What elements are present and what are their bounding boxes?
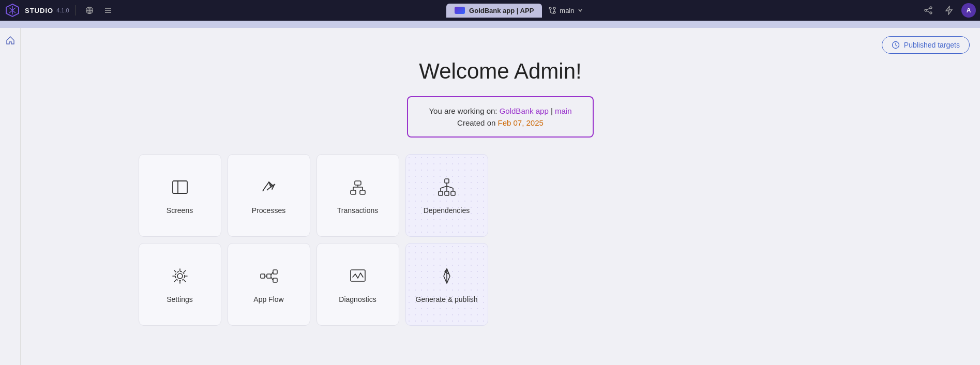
logo[interactable] xyxy=(4,2,21,19)
svg-rect-22 xyxy=(355,181,361,185)
tile-transactions[interactable]: Transactions xyxy=(316,154,399,237)
svg-rect-20 xyxy=(173,181,187,193)
working-on-prefix: You are working on: xyxy=(429,107,499,115)
svg-rect-32 xyxy=(445,191,449,195)
settings-icon xyxy=(170,266,190,290)
welcome-title: Welcome Admin! xyxy=(419,59,581,84)
created-on-prefix: Created on xyxy=(457,118,497,127)
svg-rect-30 xyxy=(445,179,449,183)
lightning-icon[interactable] xyxy=(941,2,957,19)
svg-line-16 xyxy=(927,11,930,12)
created-date: Feb 07, 2025 xyxy=(497,118,543,127)
svg-point-9 xyxy=(553,7,555,9)
separator: | xyxy=(549,107,555,115)
screens-icon xyxy=(170,177,190,201)
app-icon xyxy=(455,7,465,14)
settings-label: Settings xyxy=(167,295,193,303)
svg-line-35 xyxy=(441,186,447,188)
svg-point-14 xyxy=(930,12,932,14)
tile-diagnostics[interactable]: Diagnostics xyxy=(316,243,399,326)
app-link[interactable]: GoldBank app xyxy=(500,107,549,115)
svg-rect-44 xyxy=(273,270,277,274)
topbar-center: GoldBank app | APP main xyxy=(119,3,916,18)
transactions-icon xyxy=(348,177,368,201)
branch-label: main xyxy=(560,7,574,14)
branch-link[interactable]: main xyxy=(555,107,572,115)
tile-processes[interactable]: Processes xyxy=(228,154,310,237)
diagnostics-label: Diagnostics xyxy=(339,295,376,303)
svg-point-12 xyxy=(930,7,932,9)
processes-label: Processes xyxy=(252,206,285,215)
studio-label: STUDIO xyxy=(25,7,53,14)
svg-line-37 xyxy=(447,186,453,188)
menu-icon[interactable] xyxy=(101,3,115,18)
user-avatar[interactable]: A xyxy=(961,3,976,18)
app-flow-label: App Flow xyxy=(253,295,283,303)
svg-rect-50 xyxy=(351,270,365,281)
tile-app-flow[interactable]: App Flow xyxy=(228,243,310,326)
tile-generate-publish[interactable]: Generate & publish xyxy=(405,243,488,326)
topbar-divider xyxy=(76,5,76,16)
svg-point-41 xyxy=(177,273,183,279)
studio-brand: STUDIO 4.1.0 xyxy=(25,7,69,14)
created-on-text: Created on Feb 07, 2025 xyxy=(429,118,571,127)
topbar: STUDIO 4.1.0 GoldBank app | APP xyxy=(0,0,980,21)
dependencies-icon xyxy=(436,177,457,201)
avatar-initial: A xyxy=(967,7,971,14)
svg-point-7 xyxy=(549,7,551,9)
welcome-section: Welcome Admin! You are working on: GoldB… xyxy=(31,59,970,326)
branch-selector[interactable]: main xyxy=(542,3,589,18)
transactions-label: Transactions xyxy=(337,206,379,215)
working-on-text: You are working on: GoldBank app | main xyxy=(429,107,571,115)
svg-rect-31 xyxy=(439,191,443,195)
tile-dependencies[interactable]: Dependencies xyxy=(405,154,488,237)
app-tab[interactable]: GoldBank app | APP xyxy=(446,4,542,18)
secondary-bar xyxy=(0,21,980,28)
svg-rect-23 xyxy=(351,190,356,194)
diagnostics-icon xyxy=(348,266,368,290)
generate-publish-icon xyxy=(436,266,457,290)
studio-version: 4.1.0 xyxy=(56,7,69,13)
app-flow-icon xyxy=(259,266,279,290)
generate-publish-label: Generate & publish xyxy=(416,295,478,303)
svg-rect-24 xyxy=(360,190,365,194)
home-icon[interactable] xyxy=(2,32,19,49)
svg-point-42 xyxy=(175,271,185,281)
processes-icon xyxy=(259,177,279,201)
globe-icon[interactable] xyxy=(82,3,97,18)
main-content: Published targets Welcome Admin! You are… xyxy=(21,28,980,365)
svg-rect-33 xyxy=(451,191,455,195)
svg-point-13 xyxy=(925,9,927,11)
tile-settings[interactable]: Settings xyxy=(139,243,221,326)
dependencies-label: Dependencies xyxy=(424,206,470,215)
sidebar xyxy=(0,28,21,365)
share-icon[interactable] xyxy=(920,2,937,19)
published-targets-button[interactable]: Published targets xyxy=(882,36,970,54)
svg-line-19 xyxy=(896,45,897,47)
screens-label: Screens xyxy=(167,206,193,215)
svg-line-15 xyxy=(927,8,930,10)
svg-rect-43 xyxy=(261,274,265,278)
topbar-right: A xyxy=(920,2,976,19)
app-tab-label: GoldBank app | APP xyxy=(469,7,534,14)
svg-rect-46 xyxy=(267,274,271,278)
published-targets-label: Published targets xyxy=(904,41,960,49)
tiles-grid: Screens Processes xyxy=(139,154,863,326)
welcome-info-box: You are working on: GoldBank app | main … xyxy=(407,96,593,138)
svg-rect-45 xyxy=(273,278,277,282)
tile-screens[interactable]: Screens xyxy=(139,154,221,237)
